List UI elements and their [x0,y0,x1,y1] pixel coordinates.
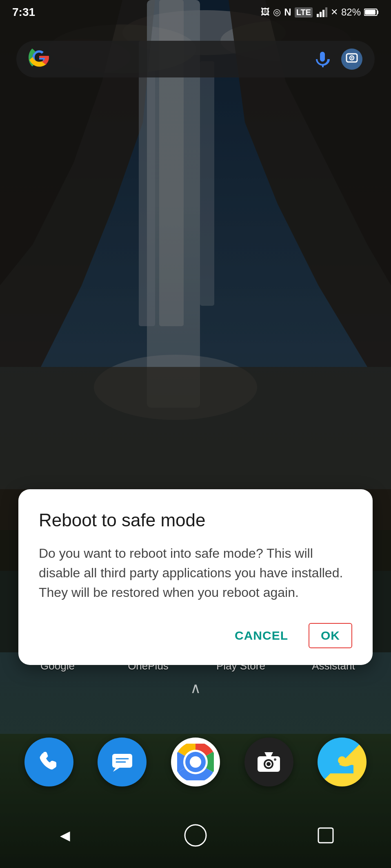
status-bar: 7:31 🖼 ◎ N LTE ✕ 82% [0,0,391,24]
status-icons: 🖼 ◎ N LTE ✕ 82% [261,7,379,18]
svg-rect-22 [322,10,324,17]
ok-button[interactable]: OK [309,623,352,648]
home-circle-icon [183,823,208,848]
dock-gallery[interactable] [318,738,367,786]
battery-icon [364,8,379,16]
dialog-message: Do you want to reboot into safe mode? Th… [39,543,352,602]
dialog-title: Reboot to safe mode [39,510,352,531]
bottom-dock [0,738,391,786]
dock-messages[interactable] [98,738,147,786]
svg-rect-68 [318,828,333,843]
svg-point-64 [274,758,276,761]
home-button[interactable] [179,819,212,852]
svg-point-66 [338,756,346,764]
reboot-dialog: Reboot to safe mode Do you want to reboo… [18,489,373,665]
svg-marker-52 [113,768,120,772]
lens-icon[interactable] [341,49,362,70]
svg-rect-23 [325,7,327,17]
lte-icon: LTE [295,7,313,18]
signal-icon [316,7,327,18]
svg-rect-21 [320,12,322,17]
location-icon: ◎ [273,7,281,18]
dock-chrome[interactable] [171,738,220,786]
swipe-up-indicator: ∧ [190,680,201,697]
recents-square-icon [317,826,335,844]
recents-button[interactable] [309,819,342,852]
svg-rect-26 [365,10,375,15]
search-bar-icons [312,49,362,70]
dock-camera[interactable] [244,738,293,786]
search-bar[interactable] [16,41,375,77]
svg-point-30 [351,57,353,59]
dialog-buttons: CANCEL OK [39,623,352,649]
status-time: 7:31 [12,6,35,19]
svg-marker-60 [264,752,273,756]
battery-percent: 82% [341,7,361,18]
svg-point-67 [185,825,206,846]
dock-phone[interactable] [24,738,73,786]
svg-rect-51 [112,754,132,768]
x-icon: ✕ [331,7,338,18]
cancel-button[interactable]: CANCEL [222,623,300,649]
svg-rect-20 [317,14,319,17]
svg-point-63 [267,762,271,766]
svg-point-58 [190,756,201,768]
nfc-icon: N [284,7,291,18]
google-logo [29,49,50,70]
photo-icon: 🖼 [261,7,270,18]
chevron-up-icon: ∧ [190,680,201,697]
back-button[interactable]: ◀ [49,819,82,852]
nav-bar: ◀ [0,815,391,856]
svg-rect-25 [377,11,378,14]
mic-icon[interactable] [312,49,333,70]
